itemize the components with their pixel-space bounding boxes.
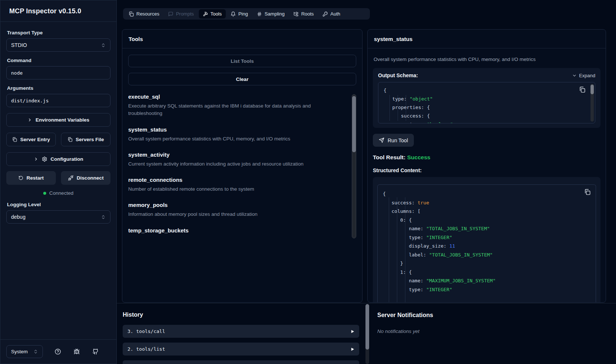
tool-list-item[interactable]: system_status Overall system performance… <box>128 126 345 143</box>
tool-description: Overall system performance statistics wi… <box>128 135 332 143</box>
list-tools-button[interactable]: List Tools <box>128 55 356 67</box>
tab-label: Resources <box>136 11 159 17</box>
sidebar: MCP Inspector v0.15.0 Transport Type STD… <box>0 0 117 364</box>
history-item[interactable] <box>123 360 359 364</box>
expand-toggle[interactable]: Expand <box>572 73 595 78</box>
transport-type-select[interactable]: STDIO <box>6 38 110 52</box>
tab-label: Roots <box>301 11 314 17</box>
schema-scrollbar-thumb[interactable] <box>591 85 594 94</box>
arguments-input[interactable] <box>6 94 110 107</box>
code-line: type: "object" <box>384 95 590 103</box>
environment-variables-button[interactable]: Environment Variables <box>6 113 110 127</box>
disconnect-label: Disconnect <box>77 175 104 181</box>
copy-icon[interactable] <box>584 189 591 195</box>
structured-content-label: Structured Content: <box>373 167 600 173</box>
clear-button[interactable]: Clear <box>128 73 356 85</box>
code-line: name: "TOTAL_JOBS_IN_SYSTEM" <box>383 224 591 233</box>
history-panel: History 3. tools/call 2. tools/list <box>117 303 370 364</box>
chevrons-up-down-icon <box>101 215 106 220</box>
tab-roots[interactable]: Roots <box>289 9 318 18</box>
command-input[interactable] <box>6 66 110 79</box>
tab-ping[interactable]: Ping <box>227 9 252 18</box>
schema-scrollbar-track[interactable] <box>591 84 594 122</box>
tool-list-item[interactable]: memory_pools Information about memory po… <box>128 202 345 218</box>
history-scrollbar-thumb[interactable] <box>365 304 369 350</box>
code-line: display_size: 11 <box>383 242 591 251</box>
output-schema-code: { type: "object" properties: { success: … <box>378 82 595 123</box>
restart-label: Restart <box>27 175 44 181</box>
expand-label: Expand <box>579 73 595 78</box>
disconnect-button[interactable]: Disconnect <box>61 171 110 185</box>
tool-list-scrollbar-track[interactable] <box>352 94 356 238</box>
sidebar-footer-icons <box>43 348 110 356</box>
indent-guide <box>398 95 398 121</box>
tool-list-item[interactable]: temp_storage_buckets <box>128 227 345 234</box>
help-icon[interactable] <box>54 348 62 356</box>
servers-file-label: Servers File <box>76 137 104 142</box>
code-line: type: "INTEGER" <box>383 285 591 294</box>
tab-tools[interactable]: Tools <box>199 9 226 18</box>
code-line: type: "boolean" <box>384 120 590 123</box>
message-square-icon <box>168 11 173 17</box>
server-notifications-title: Server Notifications <box>377 312 616 319</box>
tab-prompts[interactable]: Prompts <box>164 9 198 18</box>
bug-icon[interactable] <box>73 348 81 356</box>
tab-bar: Resources Prompts Tools Ping Sampling <box>123 8 370 20</box>
chevrons-up-down-icon <box>33 349 38 354</box>
tool-list-item[interactable]: remote_connections Number of established… <box>128 177 345 193</box>
panels-row: Tools List Tools Clear execute_sql Execu… <box>122 29 606 303</box>
tab-label: Prompts <box>176 11 194 17</box>
run-tool-button[interactable]: Run Tool <box>373 134 414 147</box>
restart-button[interactable]: Restart <box>6 171 56 185</box>
tool-name: remote_connections <box>128 177 345 183</box>
tool-detail-description: Overall system performance statistics wi… <box>374 57 600 62</box>
tab-resources[interactable]: Resources <box>125 9 163 18</box>
logging-level-label: Logging Level <box>7 202 110 207</box>
history-list: 3. tools/call 2. tools/list <box>123 325 359 364</box>
output-schema-section: Output Schema: Expand { type: "object" p… <box>373 68 600 128</box>
sidebar-body: Transport Type STDIO Command Arguments E… <box>0 22 116 224</box>
play-icon <box>350 347 354 351</box>
code-line: 1: { <box>383 268 591 277</box>
structured-content-codebox: { success: true columns: [ 0: { name: "T… <box>377 184 596 302</box>
tool-name: system_status <box>128 126 345 133</box>
servers-file-button[interactable]: Servers File <box>61 133 110 146</box>
indent-guide <box>405 197 405 302</box>
tool-list-scrollbar-thumb[interactable] <box>352 96 356 152</box>
history-scrollbar-track[interactable] <box>365 304 369 364</box>
tool-detail-title: system_status <box>368 30 606 48</box>
copy-icon[interactable] <box>579 86 585 93</box>
history-item[interactable]: 2. tools/list <box>123 343 359 356</box>
history-item[interactable]: 3. tools/call <box>123 325 359 338</box>
tool-list-item[interactable]: system_activity Current system activity … <box>128 152 345 168</box>
code-line: name: "MAXIMUM_JOBS_IN_SYSTEM" <box>383 276 591 285</box>
rotate-ccw-icon <box>18 176 23 180</box>
chevrons-up-down-icon <box>101 43 106 48</box>
sidebar-footer: System <box>0 339 116 364</box>
code-line: { <box>384 86 590 95</box>
tab-sampling[interactable]: Sampling <box>253 9 289 18</box>
tools-panel-body: List Tools Clear execute_sql Execute arb… <box>122 48 362 302</box>
configuration-button[interactable]: Configuration <box>6 152 110 166</box>
logging-level-select[interactable]: debug <box>6 210 110 224</box>
output-schema-label: Output Schema: <box>378 72 418 78</box>
server-entry-button[interactable]: Server Entry <box>6 133 56 146</box>
theme-select[interactable]: System <box>6 345 43 358</box>
key-icon <box>323 11 328 17</box>
code-line: type: "INTEGER" <box>383 233 591 242</box>
tool-list-item[interactable]: execute_sql Execute arbitrary SQL statem… <box>128 93 345 118</box>
connection-status: Connected <box>6 190 110 196</box>
chevron-down-icon <box>572 73 577 78</box>
copy-icon <box>12 137 17 142</box>
tool-name: temp_storage_buckets <box>128 227 345 234</box>
code-line: columns: [ <box>383 207 591 216</box>
code-line: } <box>383 259 591 268</box>
bell-icon <box>231 11 236 17</box>
gear-icon <box>42 156 47 162</box>
chevron-right-icon <box>27 118 32 122</box>
github-icon[interactable] <box>92 348 99 356</box>
tab-auth[interactable]: Auth <box>319 9 344 18</box>
code-line: success: { <box>384 112 590 120</box>
files-icon <box>129 11 134 17</box>
logging-level-value: debug <box>11 214 25 220</box>
